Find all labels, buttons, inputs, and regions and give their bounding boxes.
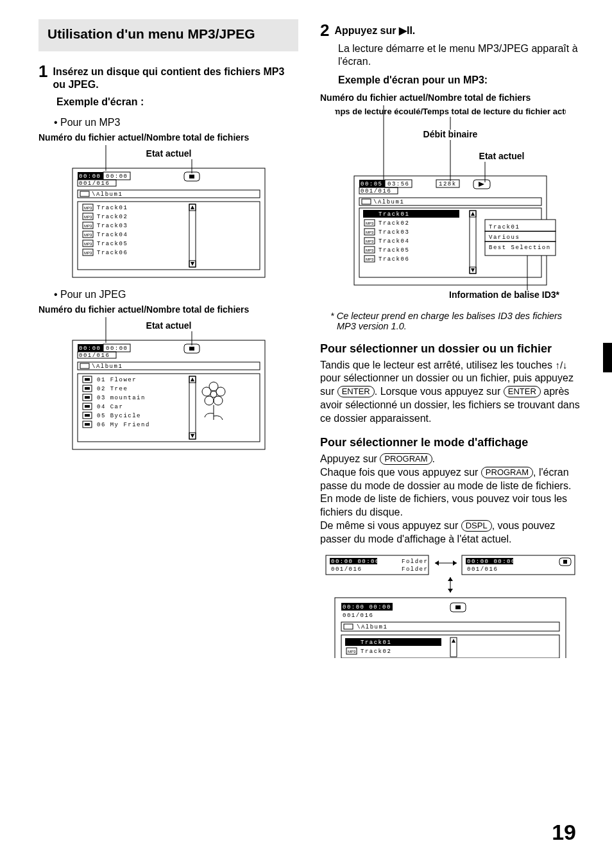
svg-text:MP3: MP3 <box>84 242 92 246</box>
section-heading: Utilisation d'un menu MP3/JPEG <box>38 19 298 51</box>
svg-text:03 mountain: 03 mountain <box>97 395 146 401</box>
step-1-number: 1 <box>38 63 47 80</box>
enter-button-2: ENTER <box>504 386 541 397</box>
sm-counter-a: 001/016 <box>331 566 362 573</box>
svg-text:Track01: Track01 <box>97 205 128 211</box>
svg-text:Track01: Track01 <box>378 211 409 218</box>
svg-marker-84 <box>479 182 484 187</box>
program-button-1: PROGRAM <box>380 453 432 465</box>
left-column: Utilisation d'un menu MP3/JPEG 1 Insérez… <box>38 19 298 667</box>
svg-marker-65 <box>191 378 194 381</box>
up-down-arrow-icon: ↑/↓ <box>555 360 567 370</box>
svg-point-73 <box>202 387 211 396</box>
enter-button-1: ENTER <box>337 386 375 397</box>
step-2-title: Appuyez sur ▶II. <box>334 22 415 37</box>
svg-text:Track02: Track02 <box>97 214 128 220</box>
svg-rect-6 <box>189 175 194 178</box>
svg-text:MP3: MP3 <box>84 251 92 255</box>
caption-file-count-1: Numéro du fichier actuel/Nombre total de… <box>38 132 298 143</box>
svg-marker-131 <box>448 577 453 581</box>
sub-heading-select-folder: Pour sélectionner un dossier ou un fichi… <box>320 342 580 356</box>
svg-text:Track02: Track02 <box>378 220 409 227</box>
svg-rect-58 <box>85 414 90 417</box>
dspl-button: DSPL <box>461 520 492 532</box>
para-select-folder: Tandis que le lecteur est arrêté, utilis… <box>320 359 580 426</box>
svg-text:Various: Various <box>489 234 520 241</box>
sm-counter-b: 001/016 <box>467 566 498 573</box>
step-2-body: La lecture démarre et le menu MP3/JPEG a… <box>338 42 580 68</box>
svg-rect-138 <box>344 624 353 629</box>
svg-rect-117 <box>485 241 556 242</box>
svg-rect-49 <box>85 387 90 390</box>
svg-text:Track03: Track03 <box>378 229 409 236</box>
svg-marker-33 <box>191 262 194 266</box>
time1-2: 00:00 <box>79 345 101 352</box>
svg-text:Track02: Track02 <box>361 648 391 655</box>
svg-rect-52 <box>85 396 90 399</box>
sm-time-a: 00:00 00:00 <box>331 559 380 565</box>
svg-text:04 Car: 04 Car <box>97 404 123 410</box>
caption-status-3: Etat actuel <box>479 151 524 161</box>
svg-text:MP3: MP3 <box>366 230 374 234</box>
sm-folder1: Folder <box>402 559 428 565</box>
svg-point-72 <box>205 396 214 405</box>
example-screen-label: Exemple d'écran : <box>56 96 298 108</box>
time1-1: 00:00 <box>79 173 101 180</box>
svg-text:MP3: MP3 <box>84 233 92 237</box>
svg-text:Track05: Track05 <box>378 247 409 254</box>
footnote-id3: * Ce lecteur prend en charge les balises… <box>330 311 580 331</box>
screen-jpeg: Etat actuel 00:00 00:00 001/016 \Album1 … <box>66 317 271 452</box>
caption-id3: Information de balise ID3 <box>449 290 556 300</box>
svg-text:Track01: Track01 <box>361 639 391 646</box>
svg-rect-129 <box>563 560 567 564</box>
svg-text:Track06: Track06 <box>378 256 409 263</box>
page-number: 19 <box>552 820 576 845</box>
svg-text:MP3: MP3 <box>366 239 374 243</box>
caption-status-2: Etat actuel <box>146 320 191 331</box>
svg-marker-125 <box>453 560 457 566</box>
svg-point-70 <box>216 387 225 396</box>
step-2-number: 2 <box>320 22 329 39</box>
right-column: 2 Appuyez sur ▶II. La lecture démarre et… <box>320 19 580 667</box>
example-mp3-label: Exemple d'écran pour un MP3: <box>338 74 580 86</box>
svg-rect-29 <box>189 204 196 267</box>
time2-2: 00:00 <box>106 345 128 352</box>
step-1: 1 Insérez un disque qui contient des fic… <box>38 63 298 91</box>
svg-rect-87 <box>362 199 371 204</box>
time2-1: 00:00 <box>106 173 128 180</box>
svg-rect-43 <box>80 363 89 369</box>
svg-text:MP3: MP3 <box>84 224 92 228</box>
counter-3: 001/016 <box>361 188 391 195</box>
bitrate-3: 128k <box>439 181 457 187</box>
svg-rect-149 <box>322 658 579 661</box>
folder-2: \Album1 <box>92 363 123 370</box>
caption-file-count-3: Numéro du fichier actuel/Nombre total de… <box>320 92 580 103</box>
counter-2: 001/016 <box>79 352 110 359</box>
svg-rect-140 <box>345 638 441 646</box>
time1-3: 00:05 <box>361 181 383 187</box>
step-1-title: Insérez un disque qui contient des fichi… <box>53 63 298 91</box>
svg-text:MP3: MP3 <box>84 206 92 210</box>
bullet-mp3: Pour un MP3 <box>54 117 298 128</box>
sm-folder-c: \Album1 <box>357 624 387 630</box>
svg-rect-63 <box>189 376 196 439</box>
caption-bitrate: Débit binaire <box>423 129 477 139</box>
svg-rect-61 <box>85 423 90 426</box>
svg-text:01 Flower: 01 Flower <box>97 377 137 383</box>
screen-mp3-playing: Temps de lecture écoulé/Temps total de l… <box>335 105 566 304</box>
svg-text:05 Bycicle: 05 Bycicle <box>97 413 141 419</box>
svg-rect-136 <box>455 605 461 609</box>
svg-text:MP3: MP3 <box>348 641 356 645</box>
svg-marker-31 <box>191 205 194 209</box>
folder-1: \Album1 <box>92 191 123 198</box>
sm-time-b: 00:00 00:00 <box>467 559 516 565</box>
svg-text:Best Selection: Best Selection <box>489 245 551 251</box>
svg-marker-124 <box>435 560 439 566</box>
svg-text:Information de balise ID3*: Information de balise ID3* <box>449 290 559 300</box>
sm-time-c: 00:00 00:00 <box>343 604 391 611</box>
svg-text:06 My Friend: 06 My Friend <box>97 422 150 428</box>
svg-marker-148 <box>452 639 455 643</box>
svg-text:MP3: MP3 <box>366 221 374 225</box>
sm-counter-c: 001/016 <box>343 612 373 619</box>
svg-text:MP3: MP3 <box>366 248 374 252</box>
